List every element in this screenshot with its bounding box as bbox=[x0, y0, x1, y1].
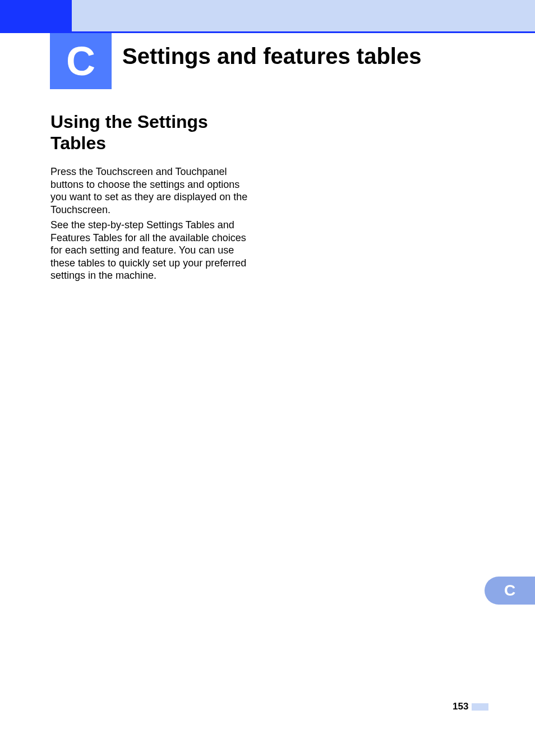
page-number: 153 bbox=[453, 701, 468, 712]
header-band bbox=[0, 0, 535, 31]
chapter-letter: C bbox=[66, 38, 95, 84]
paragraph-1: Press the Touchscreen and Touchpanel but… bbox=[50, 165, 252, 216]
paragraph-2: See the step-by-step Settings Tables and… bbox=[50, 219, 252, 282]
header-accent-rect bbox=[0, 0, 72, 31]
page-footer: 153 bbox=[453, 701, 488, 712]
chapter-label-box: C bbox=[50, 33, 112, 89]
section-heading: Using the Settings Tables bbox=[50, 111, 264, 154]
chapter-title: Settings and features tables bbox=[122, 44, 421, 69]
side-tab-letter: C bbox=[504, 582, 515, 600]
footer-accent-box bbox=[472, 703, 488, 711]
side-thumb-tab: C bbox=[485, 577, 535, 605]
